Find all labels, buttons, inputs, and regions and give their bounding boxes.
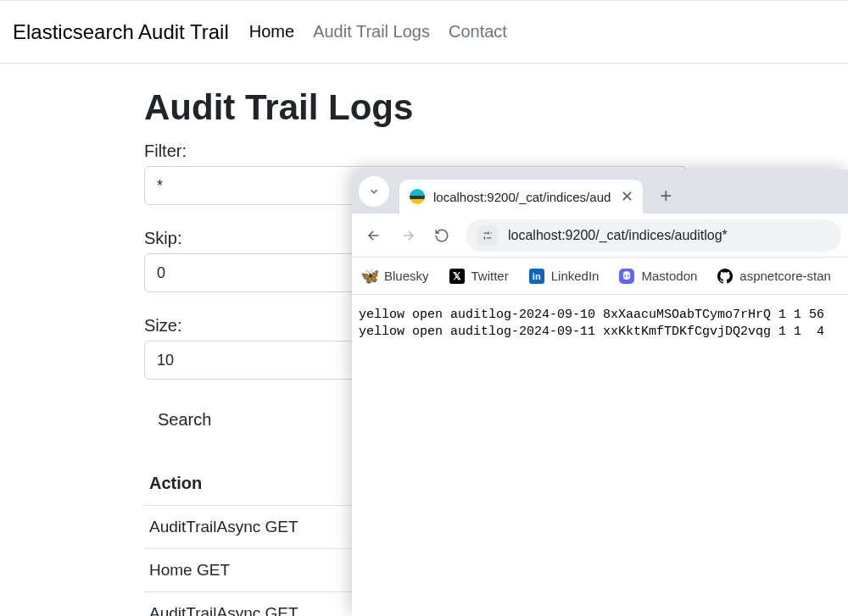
nav-link-audit[interactable]: Audit Trail Logs (313, 22, 430, 42)
bookmarks-bar: 🦋 Bluesky 𝕏 Twitter in LinkedIn Mastodon… (352, 258, 848, 295)
bookmark-label: Bluesky (384, 269, 429, 283)
back-button[interactable] (359, 220, 389, 251)
navbar: Elasticsearch Audit Trail Home Audit Tra… (0, 1, 848, 64)
page-title: Audit Trail Logs (144, 87, 687, 128)
bookmark-bluesky[interactable]: 🦋 Bluesky (362, 269, 429, 284)
bookmark-label: Twitter (471, 269, 509, 283)
response-line: yellow open auditlog-2024-09-11 xxKktKmf… (359, 325, 824, 339)
arrow-right-icon (400, 228, 416, 243)
bookmark-mastodon[interactable]: Mastodon (619, 269, 697, 284)
bookmark-twitter[interactable]: 𝕏 Twitter (449, 269, 509, 284)
response-body: yellow open auditlog-2024-09-10 8xXaacuM… (352, 295, 848, 616)
mastodon-icon (619, 269, 634, 284)
bookmark-label: aspnetcore-stan (739, 269, 831, 283)
response-line: yellow open auditlog-2024-09-10 8xXaacuM… (359, 308, 824, 322)
browser-toolbar: localhost:9200/_cat/indices/auditlog* (352, 214, 848, 258)
tune-icon (482, 230, 494, 241)
reload-button[interactable] (427, 220, 457, 251)
forward-button[interactable] (393, 220, 423, 251)
linkedin-icon: in (529, 269, 544, 284)
elastic-favicon-icon (410, 189, 425, 204)
bookmark-github[interactable]: aspnetcore-stan (717, 269, 831, 284)
url-text: localhost:9200/_cat/indices/auditlog* (508, 228, 728, 243)
nav-links: Home Audit Trail Logs Contact (249, 22, 507, 42)
browser-tab[interactable]: localhost:9200/_cat/indices/aud ✕ (399, 180, 643, 214)
address-bar[interactable]: localhost:9200/_cat/indices/auditlog* (466, 219, 841, 252)
bookmark-label: LinkedIn (551, 269, 600, 283)
chevron-down-icon (368, 186, 380, 197)
reload-icon (434, 228, 449, 243)
search-button[interactable]: Search (149, 403, 220, 436)
nav-link-home[interactable]: Home (249, 22, 294, 42)
bluesky-icon: 🦋 (362, 269, 377, 284)
github-icon (717, 269, 733, 284)
tab-search-button[interactable] (359, 176, 389, 207)
tab-close-button[interactable]: ✕ (619, 189, 634, 204)
bookmark-label: Mastodon (641, 269, 697, 283)
x-icon: 𝕏 (449, 269, 465, 284)
browser-window: localhost:9200/_cat/indices/aud ✕ + loca… (352, 169, 848, 616)
brand[interactable]: Elasticsearch Audit Trail (13, 20, 229, 44)
tab-title: localhost:9200/_cat/indices/aud (433, 190, 611, 204)
new-tab-button[interactable]: + (651, 181, 680, 210)
tabstrip: localhost:9200/_cat/indices/aud ✕ + (352, 169, 848, 214)
nav-link-contact[interactable]: Contact (449, 22, 507, 42)
bookmark-linkedin[interactable]: in LinkedIn (529, 269, 600, 284)
site-info-button[interactable] (477, 225, 498, 246)
filter-label: Filter: (144, 142, 687, 161)
arrow-left-icon (366, 228, 382, 243)
